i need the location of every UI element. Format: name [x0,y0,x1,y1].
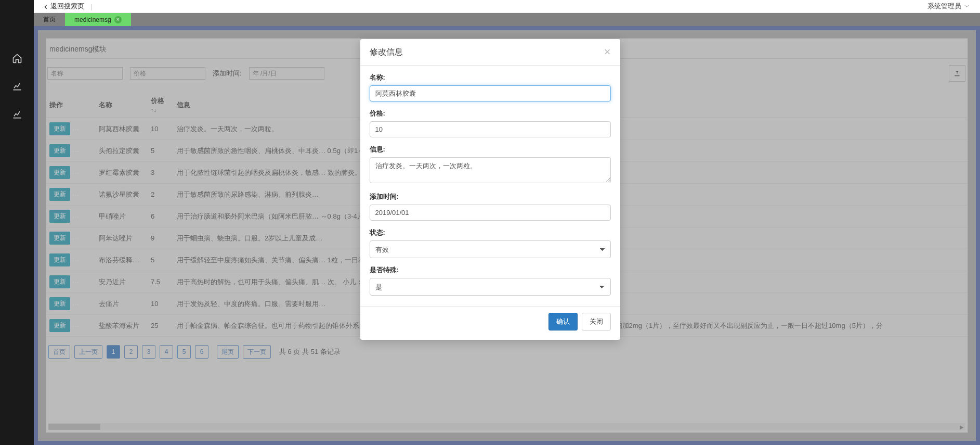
divider: | [90,3,92,10]
modal-title: 修改信息 [370,47,403,58]
chart-line-icon[interactable] [11,80,23,93]
user-menu[interactable]: 系统管理员 ﹀ [927,2,970,11]
label-special: 是否特殊: [370,265,611,275]
select-special[interactable]: 是 [370,278,611,296]
topbar: ‹ 返回搜索页 | 系统管理员 ﹀ [34,0,980,13]
modal-body: 名称: 价格: 信息: 添加时间: 状态: 有效 是否特殊: 是 [360,66,620,306]
left-sidebar [0,0,34,445]
chevron-down-icon: ﹀ [964,4,970,9]
edit-modal: 修改信息 × 名称: 价格: 信息: 添加时间: 状态: 有效 是否特殊: 是 … [360,39,620,340]
chart-line-icon-2[interactable] [11,108,23,121]
user-label: 系统管理员 [927,2,961,10]
modal-close-icon[interactable]: × [604,46,611,58]
select-status[interactable]: 有效 [370,240,611,258]
tab-home[interactable]: 首页 [34,13,65,26]
input-addtime[interactable] [370,205,611,221]
label-name: 名称: [370,73,611,82]
close-button[interactable]: 关闭 [582,313,611,330]
input-name[interactable] [370,85,611,101]
chevron-left-icon: ‹ [44,2,47,11]
close-icon[interactable]: × [114,16,122,23]
label-addtime: 添加时间: [370,192,611,201]
back-link[interactable]: ‹ 返回搜索页 [44,2,84,11]
input-price[interactable] [370,121,611,137]
tab-medicinemsg[interactable]: medicinemsg × [65,13,131,26]
back-label: 返回搜索页 [50,2,84,11]
modal-header: 修改信息 × [360,39,620,66]
confirm-button[interactable]: 确认 [548,313,578,330]
home-icon[interactable] [11,52,23,65]
label-status: 状态: [370,228,611,237]
label-price: 价格: [370,109,611,118]
textarea-info[interactable] [370,157,611,183]
modal-footer: 确认 关闭 [360,306,620,340]
tabbar: 首页 medicinemsg × [34,13,980,26]
label-info: 信息: [370,145,611,154]
